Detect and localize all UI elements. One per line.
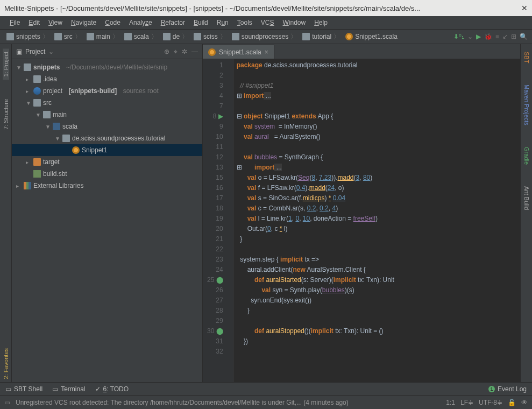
- status-bar: ▭ Unregistered VCS root detected: The di…: [0, 395, 532, 409]
- locate-icon[interactable]: ⌖: [174, 48, 178, 55]
- project-tree[interactable]: ▼snippets ~/Documents/devel/Mellite/site…: [12, 59, 202, 382]
- encoding[interactable]: UTF-8≑: [479, 399, 502, 406]
- dropdown-icon[interactable]: ⌄: [48, 48, 54, 55]
- close-icon[interactable]: ✕: [521, 4, 528, 12]
- project-panel-title: Project: [25, 48, 45, 55]
- run-config[interactable]: ⌄: [467, 33, 473, 40]
- menu-refactor[interactable]: Refactor: [158, 19, 188, 26]
- breadcrumb[interactable]: sciss〉: [191, 32, 229, 41]
- debug-icon[interactable]: 🐞: [484, 33, 492, 40]
- tree-item-selected[interactable]: Snippet1: [12, 144, 202, 156]
- folder-icon: [124, 33, 132, 40]
- libraries-icon: [24, 182, 31, 189]
- tree-item[interactable]: ▸External Libraries: [12, 180, 202, 192]
- breadcrumb[interactable]: src〉: [52, 32, 83, 41]
- code-area[interactable]: 1 2 3 4 7 8 ▶ 9 10 11 12 13 15 16 17 18 …: [203, 59, 520, 382]
- bottom-tool-bar: ▭SBT Shell ▭Terminal ✓6: TODO 1Event Log: [0, 382, 532, 395]
- tool-maven[interactable]: Maven Projects: [523, 81, 530, 129]
- tree-item[interactable]: ▸.idea: [12, 73, 202, 85]
- menu-tools[interactable]: Tools: [234, 19, 256, 26]
- breadcrumb[interactable]: Snippet1.scala: [343, 33, 400, 40]
- tab-label: Snippet1.scala: [219, 48, 261, 56]
- tool-structure[interactable]: 7: Structure: [3, 96, 9, 133]
- tree-root[interactable]: ▼snippets ~/Documents/devel/Mellite/site…: [12, 61, 202, 73]
- folder-icon: [33, 99, 41, 107]
- stop-icon[interactable]: ■: [495, 33, 499, 40]
- inspector-icon[interactable]: 👁: [521, 399, 528, 406]
- menu-run[interactable]: Run: [214, 19, 232, 26]
- tool-ant[interactable]: Ant Build: [523, 183, 530, 213]
- project-panel-header: ▣ Project ⌄ ⊕ ⌖ ✲ ―: [12, 44, 202, 59]
- breadcrumb[interactable]: de〉: [161, 32, 190, 41]
- project-panel: ▣ Project ⌄ ⊕ ⌖ ✲ ― ▼snippets ~/Document…: [12, 44, 203, 382]
- tool-gradle[interactable]: Gradle: [523, 144, 530, 168]
- run-icon[interactable]: ▶: [476, 33, 481, 40]
- project-view-icon[interactable]: ▣: [16, 48, 22, 55]
- tool-sbt-shell[interactable]: ▭SBT Shell: [5, 385, 42, 393]
- source-folder-icon: [53, 123, 60, 130]
- menu-analyze[interactable]: Analyze: [126, 19, 155, 26]
- lock-icon[interactable]: 🔓: [508, 399, 516, 406]
- search-icon[interactable]: 🔍: [520, 33, 528, 40]
- close-tab-icon[interactable]: ×: [265, 48, 268, 56]
- tree-item[interactable]: ▼de.sciss.soundprocesses.tutorial: [12, 132, 202, 144]
- breadcrumb-bar: snippets〉 src〉 main〉 scala〉 de〉 sciss〉 s…: [0, 29, 532, 44]
- breadcrumb[interactable]: tutorial〉: [300, 32, 342, 41]
- folder-icon: [43, 111, 51, 118]
- menu-edit[interactable]: Edit: [25, 19, 43, 26]
- target-folder-icon: [33, 158, 41, 166]
- menu-view[interactable]: View: [45, 19, 66, 26]
- tree-item[interactable]: ▸project [snippets-build] sources root: [12, 85, 202, 97]
- tool-sbt[interactable]: SBT: [523, 48, 530, 66]
- status-message: Unregistered VCS root detected: The dire…: [16, 399, 441, 406]
- cursor-position[interactable]: 1:1: [446, 399, 455, 406]
- status-icon[interactable]: ▭: [4, 399, 10, 406]
- scala-file-icon: [345, 33, 353, 40]
- line-ending[interactable]: LF≑: [460, 399, 473, 406]
- menu-build[interactable]: Build: [190, 19, 211, 26]
- menu-help[interactable]: Help: [311, 19, 331, 26]
- folder-icon: [6, 33, 14, 40]
- vcs-icon[interactable]: ↙: [502, 33, 508, 40]
- menu-vcs[interactable]: VCS: [258, 19, 278, 26]
- editor-tab[interactable]: Snippet1.scala ×: [203, 45, 274, 59]
- folder-icon: [87, 33, 94, 40]
- tool-favorites[interactable]: 2: Favorites: [3, 345, 9, 382]
- toolbar-right: ⬇⁰₁ ⌄ ▶ 🐞 ■ ↙ ⊞ 🔍: [453, 33, 528, 40]
- scala-file-icon: [208, 48, 216, 56]
- breadcrumb[interactable]: snippets〉: [4, 32, 51, 41]
- menu-window[interactable]: Window: [279, 19, 309, 26]
- tree-item[interactable]: ▼main: [12, 109, 202, 121]
- menu-code[interactable]: Code: [102, 19, 124, 26]
- folder-icon: [24, 64, 31, 71]
- tree-item[interactable]: ▸target: [12, 156, 202, 168]
- tool-event-log[interactable]: 1Event Log: [488, 385, 527, 393]
- breadcrumb[interactable]: soundprocesses〉: [230, 32, 299, 41]
- breadcrumb[interactable]: main〉: [84, 32, 121, 41]
- tool-project[interactable]: 1: Project: [3, 48, 9, 80]
- tree-item[interactable]: ▼src: [12, 97, 202, 109]
- build-icon[interactable]: ⬇⁰₁: [453, 33, 464, 40]
- tool-todo[interactable]: ✓6: TODO: [95, 385, 129, 393]
- package-icon: [62, 135, 70, 142]
- code-text[interactable]: package de.sciss.soundprocesses.tutorial…: [233, 59, 394, 382]
- structure-icon[interactable]: ⊞: [511, 33, 516, 40]
- right-tool-strip: SBT Maven Projects Gradle Ant Build: [520, 44, 532, 382]
- collapse-icon[interactable]: ⊕: [164, 48, 169, 55]
- window-title: Mellite-Snippets - [~/Documents/devel/Me…: [4, 4, 420, 12]
- line-gutter: 1 2 3 4 7 8 ▶ 9 10 11 12 13 15 16 17 18 …: [203, 59, 233, 382]
- breadcrumb[interactable]: scala〉: [122, 32, 160, 41]
- tab-bar: Snippet1.scala ×: [203, 44, 520, 59]
- hide-icon[interactable]: ―: [191, 48, 198, 55]
- module-icon: [33, 87, 41, 95]
- folder-icon: [33, 75, 41, 83]
- menu-navigate[interactable]: Navigate: [68, 19, 100, 26]
- titlebar: Mellite-Snippets - [~/Documents/devel/Me…: [0, 0, 532, 16]
- menu-file[interactable]: File: [6, 19, 23, 26]
- left-tool-strip: 1: Project 7: Structure 2: Favorites: [0, 44, 12, 382]
- tree-item[interactable]: build.sbt: [12, 168, 202, 180]
- tree-item[interactable]: ▼scala: [12, 121, 202, 132]
- tool-terminal[interactable]: ▭Terminal: [52, 385, 85, 393]
- todo-icon: ✓: [95, 385, 101, 393]
- gear-icon[interactable]: ✲: [182, 48, 187, 55]
